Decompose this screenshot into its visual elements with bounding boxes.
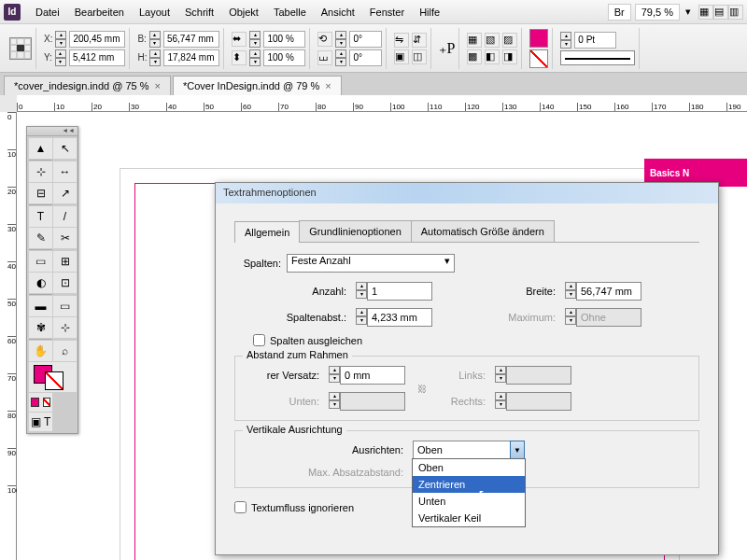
doc-tab-2[interactable]: *Cover InDesign.indd @ 79 %× bbox=[173, 76, 342, 95]
tool-row-bottom[interactable] bbox=[29, 393, 52, 412]
sy-input[interactable] bbox=[263, 49, 305, 66]
stroke-input[interactable] bbox=[574, 32, 616, 49]
char-panel-icon[interactable]: ₊P bbox=[439, 39, 455, 57]
view-icon-1[interactable]: ▦ bbox=[698, 5, 713, 20]
w-input[interactable] bbox=[163, 31, 219, 48]
tool-5[interactable]: ↗ bbox=[53, 183, 77, 203]
close-icon[interactable]: × bbox=[154, 80, 160, 91]
spalten-label: Spalten: bbox=[234, 258, 281, 269]
menu-bearbeiten[interactable]: Bearbeiten bbox=[67, 3, 132, 21]
anzahl-label: Anzahl: bbox=[253, 286, 346, 297]
doc-tab-1[interactable]: *cover_indesign.indd @ 75 %× bbox=[4, 76, 171, 95]
anzahl-input[interactable] bbox=[367, 282, 432, 301]
tool-6[interactable]: T bbox=[29, 206, 52, 227]
menu-tabelle[interactable]: Tabelle bbox=[266, 3, 314, 21]
tool-12[interactable]: ◐ bbox=[29, 273, 52, 293]
tool-7[interactable]: / bbox=[53, 206, 77, 227]
wrap-icon-3[interactable]: ▨ bbox=[502, 33, 517, 48]
flip-h-icon[interactable]: ⇋ bbox=[394, 33, 409, 48]
color-picker[interactable] bbox=[29, 362, 77, 392]
shear-input[interactable] bbox=[349, 49, 382, 66]
scale-y-icon: ⬍ bbox=[232, 50, 247, 65]
tool-9[interactable]: ✂ bbox=[53, 228, 77, 248]
menu-ansicht[interactable]: Ansicht bbox=[314, 3, 362, 21]
menu-layout[interactable]: Layout bbox=[132, 3, 177, 21]
tool-18[interactable]: ✋ bbox=[29, 341, 52, 361]
y-input[interactable] bbox=[69, 49, 125, 66]
panel-header[interactable] bbox=[27, 127, 78, 136]
chain-icon[interactable]: ⛓ bbox=[415, 381, 430, 396]
tool-13[interactable]: ⊡ bbox=[53, 273, 77, 293]
tool-19[interactable]: ⌕ bbox=[53, 341, 77, 361]
opt-oben[interactable]: Oben bbox=[413, 459, 525, 476]
fill-swatch[interactable] bbox=[529, 29, 548, 48]
dialog-title[interactable]: Textrahmenoptionen bbox=[216, 183, 718, 203]
links-label: Links: bbox=[439, 370, 486, 381]
versatz-input[interactable] bbox=[340, 366, 405, 385]
ausrichten-dropdown: Oben Zentrieren↖ Unten Vertikaler Keil bbox=[412, 458, 526, 527]
tool-1[interactable]: ↖ bbox=[53, 138, 77, 159]
tool-14[interactable]: ▬ bbox=[29, 296, 52, 316]
zoom-field[interactable]: 79,5 % bbox=[635, 4, 680, 21]
tool-4[interactable]: ⊟ bbox=[29, 183, 52, 203]
view-icon-2[interactable]: ▤ bbox=[713, 5, 728, 20]
text-frame-options-dialog: Textrahmenoptionen Allgemein Grundlinien… bbox=[215, 182, 719, 555]
tool-10[interactable]: ▭ bbox=[29, 251, 52, 272]
sel-icon-2[interactable]: ◫ bbox=[412, 49, 427, 64]
maxabs-label: Max. Absatzabstand: bbox=[245, 467, 403, 478]
view-icon-3[interactable]: ▥ bbox=[728, 5, 743, 20]
chevron-down-icon[interactable]: ▼ bbox=[510, 441, 525, 459]
h-input[interactable] bbox=[163, 49, 219, 66]
menu-schrift[interactable]: Schrift bbox=[177, 3, 221, 21]
abstand-legend: Abstand zum Rahmen bbox=[243, 349, 352, 360]
stroke-swatch[interactable] bbox=[529, 49, 548, 68]
vert-legend: Vertikale Ausrichtung bbox=[243, 424, 346, 435]
menu-datei[interactable]: Datei bbox=[28, 3, 67, 21]
spalten-ausgleichen-check[interactable] bbox=[253, 334, 265, 346]
tab-allgemein[interactable]: Allgemein bbox=[234, 221, 300, 243]
opt-unten[interactable]: Unten bbox=[413, 493, 525, 510]
tool-11[interactable]: ⊞ bbox=[53, 251, 77, 272]
tool-17[interactable]: ⊹ bbox=[53, 317, 77, 338]
tool-view-mode[interactable]: ▣ T bbox=[29, 413, 52, 431]
wrap-icon-1[interactable]: ▦ bbox=[467, 33, 482, 48]
tool-3[interactable]: ↔ bbox=[53, 161, 77, 182]
spaltenabst-label: Spaltenabst.: bbox=[253, 312, 346, 323]
textumfluss-check[interactable] bbox=[234, 501, 247, 513]
sel-icon[interactable]: ▣ bbox=[394, 49, 409, 64]
sx-input[interactable] bbox=[263, 31, 305, 48]
wrap-icon-2[interactable]: ▧ bbox=[485, 33, 500, 48]
menu-objekt[interactable]: Objekt bbox=[221, 3, 266, 21]
menu-fenster[interactable]: Fenster bbox=[362, 3, 412, 21]
breite-input[interactable] bbox=[576, 282, 641, 301]
stroke-style[interactable] bbox=[560, 50, 635, 65]
tool-2[interactable]: ⊹ bbox=[29, 161, 52, 182]
wrap-icon-6[interactable]: ◨ bbox=[502, 49, 517, 64]
ref-point[interactable] bbox=[9, 37, 32, 60]
links-input bbox=[506, 366, 571, 385]
spalten-select[interactable]: Feste Anzahl bbox=[287, 254, 455, 273]
scale-x-icon: ⬌ bbox=[232, 32, 247, 47]
opt-vertikaler-keil[interactable]: Vertikaler Keil bbox=[413, 510, 525, 526]
close-icon[interactable]: × bbox=[325, 80, 331, 91]
wrap-icon-5[interactable]: ◧ bbox=[485, 49, 500, 64]
control-bar: X:▴▾ Y:▴▾ B:▴▾ H:▴▾ ⬌▴▾ ⬍▴▾ ⟲▴▾ ⧢▴▾ ⇋⇵ ▣… bbox=[0, 24, 747, 73]
tab-grundlinien[interactable]: Grundlinienoptionen bbox=[299, 220, 411, 242]
tab-auto-groesse[interactable]: Automatisch Größe ändern bbox=[411, 220, 555, 242]
ausrichten-select[interactable]: Oben ▼ Oben Zentrieren↖ Unten Vertikaler… bbox=[413, 441, 525, 459]
breite-label: Breite: bbox=[500, 286, 556, 297]
rot-input[interactable] bbox=[349, 31, 382, 48]
tool-0[interactable]: ▲ bbox=[29, 138, 52, 159]
wrap-icon-4[interactable]: ▩ bbox=[467, 49, 482, 64]
opt-zentrieren[interactable]: Zentrieren↖ bbox=[413, 476, 525, 493]
menu-hilfe[interactable]: Hilfe bbox=[412, 3, 447, 21]
tool-16[interactable]: ✾ bbox=[29, 317, 52, 338]
spaltenabst-input[interactable] bbox=[367, 308, 432, 327]
x-input[interactable] bbox=[69, 31, 125, 48]
bridge-button[interactable]: Br bbox=[608, 4, 631, 21]
tool-8[interactable]: ✎ bbox=[29, 228, 52, 248]
rotate-icon: ⟲ bbox=[317, 32, 332, 47]
flip-v-icon[interactable]: ⇵ bbox=[412, 33, 427, 48]
tool-15[interactable]: ▭ bbox=[53, 296, 77, 316]
rechts-input bbox=[506, 392, 571, 411]
